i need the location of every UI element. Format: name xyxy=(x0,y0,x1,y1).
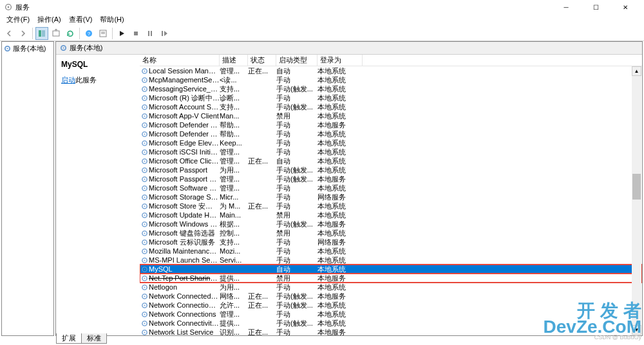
cell-name: Microsoft Update Health S... xyxy=(149,210,220,219)
gear-icon xyxy=(140,129,149,138)
stop-service-button[interactable] xyxy=(129,27,142,40)
service-row[interactable]: Microsoft Software Shado...管理...手动本地系统 xyxy=(140,183,642,192)
cell-logon: 本地服务 xyxy=(317,274,363,283)
gear-icon xyxy=(140,219,149,228)
content-header-label: 服务(本地) xyxy=(70,43,102,53)
gear-icon xyxy=(140,319,149,328)
export-button[interactable] xyxy=(50,27,62,40)
menu-action[interactable]: 操作(A) xyxy=(33,14,65,26)
service-row[interactable]: Local Session Manager管理...正在...自动本地系统 xyxy=(140,66,642,75)
service-row[interactable]: Microsoft Store 安装服务为 M...正在...手动本地系统 xyxy=(140,201,642,210)
col-logon[interactable]: 登录为 xyxy=(317,55,363,66)
gear-icon xyxy=(140,165,149,174)
cell-logon: 本地服务 xyxy=(317,174,363,183)
service-row[interactable]: Microsoft Edge Elevation S...Keep...手动本地… xyxy=(140,138,642,147)
svg-point-71 xyxy=(144,304,145,306)
svg-point-63 xyxy=(144,268,145,270)
cell-status xyxy=(248,228,276,238)
tree-root-item[interactable]: 服务(本地) xyxy=(3,43,52,54)
service-row[interactable]: Microsoft 键盘筛选器控制...禁用本地系统 xyxy=(140,228,642,238)
scroll-thumb[interactable] xyxy=(632,174,641,200)
cell-desc: 允许... xyxy=(220,301,248,310)
cell-name: Microsoft Office Click-to-R... xyxy=(149,156,220,165)
service-row[interactable]: Microsoft Account Sign-in ...支持...手动(触发.… xyxy=(140,102,642,111)
cell-desc: 管理... xyxy=(220,66,248,75)
scroll-up-button[interactable]: ▲ xyxy=(632,66,641,76)
menu-view[interactable]: 查看(V) xyxy=(65,14,97,26)
svg-point-1 xyxy=(8,6,10,8)
service-row[interactable]: Net.Tcp Port Sharing Service提供...禁用本地服务 xyxy=(140,274,642,283)
start-link[interactable]: 启动 xyxy=(61,76,75,84)
tab-extended[interactable]: 扩展 xyxy=(56,333,82,344)
col-status[interactable]: 状态 xyxy=(248,55,276,66)
svg-point-73 xyxy=(144,313,145,315)
cell-logon: 本地系统 xyxy=(317,183,363,192)
cell-desc: Micr... xyxy=(220,192,248,201)
service-row[interactable]: Microsoft Defender Antivir...帮助...手动本地系统 xyxy=(140,129,642,138)
service-row[interactable]: Microsoft Passport Container管理...手动(触发..… xyxy=(140,174,642,183)
cell-logon: 本地系统 xyxy=(317,66,363,75)
gear-icon xyxy=(140,66,149,75)
cell-desc: Main... xyxy=(220,210,248,219)
service-row[interactable]: McpManagementService<读...手动本地系统 xyxy=(140,75,642,84)
service-row[interactable]: MessagingService_bac8b支持...手动(触发...本地系统 xyxy=(140,84,642,93)
cell-desc: 控制... xyxy=(220,228,248,238)
cell-desc: 管理... xyxy=(220,183,248,192)
maximize-button[interactable]: ☐ xyxy=(581,0,611,14)
service-row[interactable]: Microsoft Office Click-to-R...管理...正在...… xyxy=(140,156,642,165)
cell-name: MessagingService_bac8b xyxy=(149,84,220,93)
service-row[interactable]: Microsoft Passport为用...手动(触发...本地系统 xyxy=(140,165,642,174)
service-row[interactable]: Microsoft 云标识服务支持...手动网络服务 xyxy=(140,238,642,247)
col-startup[interactable]: 启动类型 xyxy=(276,55,317,66)
service-row[interactable]: Netlogon为用...手动本地系统 xyxy=(140,283,642,292)
service-row[interactable]: Network Connection Broker允许...正在...手动(触发… xyxy=(140,301,642,310)
pause-service-button[interactable] xyxy=(144,27,156,40)
cell-desc: 识别... xyxy=(220,328,248,335)
help-button[interactable]: ? xyxy=(82,27,95,40)
start-service-button[interactable] xyxy=(115,27,128,40)
tree-root-label: 服务(本地) xyxy=(13,44,46,53)
svg-point-37 xyxy=(144,151,145,153)
service-row[interactable]: Mozilla Maintenance ServiceMozi...手动本地系统 xyxy=(140,247,642,256)
refresh-button[interactable] xyxy=(64,27,77,40)
cell-desc: Keep... xyxy=(220,138,248,147)
minimize-button[interactable]: ─ xyxy=(551,0,581,14)
forward-button[interactable] xyxy=(17,27,30,40)
service-row[interactable]: Network Connectivity Assis...提供...手动(触发.… xyxy=(140,319,642,328)
cell-startup: 手动(触发... xyxy=(276,102,317,111)
gear-icon xyxy=(140,201,149,210)
service-row[interactable]: MS-MPI Launch ServiceServi...手动本地系统 xyxy=(140,256,642,265)
cell-logon: 网络服务 xyxy=(317,238,363,247)
service-row[interactable]: Microsoft (R) 诊断中心标准...诊断...手动本地系统 xyxy=(140,93,642,102)
vertical-scrollbar[interactable]: ▲ ▼ xyxy=(632,66,641,335)
cell-logon: 本地系统 xyxy=(317,102,363,111)
col-desc[interactable]: 描述 xyxy=(220,55,248,66)
cell-status xyxy=(248,138,276,147)
cell-status: 正在... xyxy=(248,328,276,335)
properties-button[interactable] xyxy=(97,27,109,40)
tab-standard[interactable]: 标准 xyxy=(81,333,107,344)
gear-icon xyxy=(140,256,149,265)
cell-logon: 本地系统 xyxy=(317,156,363,165)
cell-name: Microsoft App-V Client xyxy=(149,111,220,120)
show-hide-tree-button[interactable] xyxy=(35,27,48,40)
service-row[interactable]: Network Connected Devic...网络...正在...手动(触… xyxy=(140,292,642,301)
svg-point-47 xyxy=(144,196,145,198)
scroll-down-button[interactable]: ▼ xyxy=(632,325,641,335)
service-row[interactable]: Microsoft Windows SMS 路...根据...手动(触发...本… xyxy=(140,219,642,228)
menu-file[interactable]: 文件(F) xyxy=(3,14,33,26)
cell-startup: 手动 xyxy=(276,93,317,102)
service-row[interactable]: Network Connections管理...手动本地系统 xyxy=(140,310,642,319)
service-row[interactable]: Microsoft App-V ClientMan...禁用本地系统 xyxy=(140,111,642,120)
service-row[interactable]: MySQL自动本地系统 xyxy=(140,265,642,274)
service-row[interactable]: Network List Service识别...正在...手动本地服务 xyxy=(140,328,642,335)
service-row[interactable]: Microsoft Update Health S...Main...禁用本地系… xyxy=(140,210,642,219)
col-name[interactable]: 名称 xyxy=(140,55,220,66)
service-row[interactable]: Microsoft iSCSI Initiator Ser...管理...手动本… xyxy=(140,147,642,156)
service-row[interactable]: Microsoft Defender Antivir...帮助...手动本地服务 xyxy=(140,120,642,129)
service-row[interactable]: Microsoft Storage Spaces S...Micr...手动网络… xyxy=(140,192,642,201)
back-button[interactable] xyxy=(3,27,15,40)
restart-service-button[interactable] xyxy=(158,27,171,40)
close-button[interactable]: ✕ xyxy=(611,0,640,14)
menu-help[interactable]: 帮助(H) xyxy=(96,14,128,26)
